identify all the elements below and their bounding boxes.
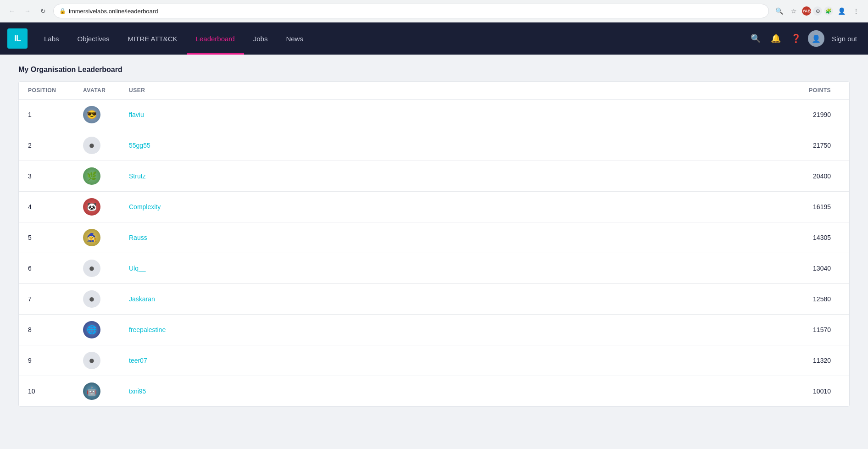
points-8: 11570 bbox=[757, 326, 840, 333]
nav-link-labs[interactable]: Labs bbox=[35, 22, 68, 55]
avatar-freepalestine: 🌐 bbox=[83, 321, 100, 338]
avatar-icon: 👤 bbox=[812, 34, 821, 43]
user-link-complexity[interactable]: Complexity bbox=[129, 203, 161, 211]
leaderboard-table: POSITION AVATAR USER POINTS 1 😎 flaviu 2… bbox=[18, 81, 850, 407]
reload-button[interactable]: ↻ bbox=[37, 5, 50, 17]
points-2: 21750 bbox=[757, 142, 840, 149]
user-link-rauss[interactable]: Rauss bbox=[129, 234, 147, 241]
avatar-55gg55: ● bbox=[83, 137, 100, 154]
points-3: 20400 bbox=[757, 172, 840, 180]
help-icon: ❓ bbox=[791, 33, 801, 44]
avatar-flaviu: 😎 bbox=[83, 106, 100, 123]
sign-out-button[interactable]: Sign out bbox=[828, 35, 861, 43]
navbar-links: Labs Objectives MITRE ATT&CK Leaderboard… bbox=[35, 22, 747, 55]
nav-link-leaderboard[interactable]: Leaderboard bbox=[187, 22, 244, 55]
user-cell-7: Jaskaran bbox=[129, 295, 757, 303]
col-header-user: USER bbox=[129, 87, 757, 94]
avatar-cell-6: ● bbox=[83, 260, 129, 277]
site-logo[interactable]: IL bbox=[7, 28, 28, 49]
avatar-cell-4: 🐼 bbox=[83, 198, 129, 216]
browser-actions: 🔍 ☆ YAB ⊙ 🧩 👤 ⋮ bbox=[773, 5, 862, 17]
user-avatar[interactable]: 👤 bbox=[808, 30, 824, 47]
table-row: 2 ● 55gg55 21750 bbox=[19, 130, 849, 161]
avatar-complexity: 🐼 bbox=[83, 198, 100, 216]
table-row: 7 ● Jaskaran 12580 bbox=[19, 284, 849, 315]
navbar-right: 🔍 🔔 ❓ 👤 Sign out bbox=[747, 30, 861, 47]
page-title: My Organisation Leaderboard bbox=[18, 66, 850, 74]
search-browser-button[interactable]: 🔍 bbox=[773, 5, 785, 17]
user-link-strutz[interactable]: Strutz bbox=[129, 172, 146, 180]
position-9: 9 bbox=[28, 357, 83, 364]
avatar-cell-10: 🤖 bbox=[83, 382, 129, 400]
user-cell-5: Rauss bbox=[129, 233, 757, 242]
nav-link-news[interactable]: News bbox=[277, 22, 312, 55]
table-header: POSITION AVATAR USER POINTS bbox=[19, 82, 849, 100]
points-9: 11320 bbox=[757, 357, 840, 364]
table-row: 1 😎 flaviu 21990 bbox=[19, 100, 849, 130]
avatar-cell-2: ● bbox=[83, 137, 129, 154]
back-button[interactable]: ← bbox=[6, 5, 18, 17]
navbar: IL Labs Objectives MITRE ATT&CK Leaderbo… bbox=[0, 22, 868, 55]
position-6: 6 bbox=[28, 265, 83, 272]
avatar-cell-5: 🧙 bbox=[83, 229, 129, 246]
menu-button[interactable]: ⋮ bbox=[850, 5, 862, 17]
avatar-cell-3: 🌿 bbox=[83, 167, 129, 185]
avatar-rauss: 🧙 bbox=[83, 229, 100, 246]
browser-chrome: ← → ↻ 🔒 immersivelabs.online/leaderboard… bbox=[0, 0, 868, 22]
user-cell-2: 55gg55 bbox=[129, 141, 757, 150]
table-row: 8 🌐 freepalestine 11570 bbox=[19, 315, 849, 345]
ext-puzzle-icon[interactable]: 🧩 bbox=[824, 6, 833, 16]
profile-button[interactable]: 👤 bbox=[835, 5, 848, 17]
search-icon: 🔍 bbox=[751, 33, 761, 44]
position-8: 8 bbox=[28, 326, 83, 333]
search-icon-button[interactable]: 🔍 bbox=[747, 30, 764, 47]
bookmark-button[interactable]: ☆ bbox=[787, 5, 800, 17]
forward-button[interactable]: → bbox=[21, 5, 34, 17]
user-link-txni95[interactable]: txni95 bbox=[129, 388, 146, 395]
user-link-jaskaran[interactable]: Jaskaran bbox=[129, 295, 155, 303]
avatar-strutz: 🌿 bbox=[83, 167, 100, 185]
table-row: 5 🧙 Rauss 14305 bbox=[19, 222, 849, 253]
user-link-ulq[interactable]: Ulq__ bbox=[129, 265, 146, 272]
table-row: 6 ● Ulq__ 13040 bbox=[19, 253, 849, 284]
avatar-jaskaran: ● bbox=[83, 290, 100, 308]
col-header-position: POSITION bbox=[28, 87, 83, 94]
avatar-txni95: 🤖 bbox=[83, 382, 100, 400]
nav-link-objectives[interactable]: Objectives bbox=[68, 22, 119, 55]
notifications-button[interactable]: 🔔 bbox=[768, 30, 784, 47]
user-cell-6: Ulq__ bbox=[129, 264, 757, 272]
user-cell-8: freepalestine bbox=[129, 326, 757, 334]
position-4: 4 bbox=[28, 203, 83, 211]
col-header-points: POINTS bbox=[757, 87, 840, 94]
main-content: My Organisation Leaderboard POSITION AVA… bbox=[0, 55, 868, 449]
avatar-ulq: ● bbox=[83, 260, 100, 277]
position-1: 1 bbox=[28, 111, 83, 118]
points-7: 12580 bbox=[757, 295, 840, 303]
nav-link-mitre[interactable]: MITRE ATT&CK bbox=[119, 22, 187, 55]
user-cell-1: flaviu bbox=[129, 111, 757, 119]
position-5: 5 bbox=[28, 234, 83, 241]
avatar-cell-9: ● bbox=[83, 352, 129, 369]
user-cell-9: teer07 bbox=[129, 356, 757, 365]
lock-icon: 🔒 bbox=[59, 8, 66, 14]
points-6: 13040 bbox=[757, 265, 840, 272]
help-button[interactable]: ❓ bbox=[788, 30, 804, 47]
address-bar[interactable]: 🔒 immersivelabs.online/leaderboard bbox=[53, 4, 769, 18]
user-link-55gg55[interactable]: 55gg55 bbox=[129, 142, 150, 149]
points-10: 10010 bbox=[757, 388, 840, 395]
user-link-flaviu[interactable]: flaviu bbox=[129, 111, 144, 118]
avatar-cell-8: 🌐 bbox=[83, 321, 129, 338]
nav-link-jobs[interactable]: Jobs bbox=[244, 22, 277, 55]
position-3: 3 bbox=[28, 172, 83, 180]
table-row: 3 🌿 Strutz 20400 bbox=[19, 161, 849, 192]
ext-circle-icon[interactable]: ⊙ bbox=[813, 6, 822, 16]
user-cell-10: txni95 bbox=[129, 387, 757, 395]
bell-icon: 🔔 bbox=[771, 33, 781, 44]
yab-extension-icon[interactable]: YAB bbox=[802, 6, 811, 16]
url-text: immersivelabs.online/leaderboard bbox=[69, 8, 158, 15]
user-link-teer07[interactable]: teer07 bbox=[129, 357, 147, 364]
points-5: 14305 bbox=[757, 234, 840, 241]
user-cell-3: Strutz bbox=[129, 172, 757, 180]
user-link-freepalestine[interactable]: freepalestine bbox=[129, 326, 166, 333]
table-row: 10 🤖 txni95 10010 bbox=[19, 376, 849, 406]
